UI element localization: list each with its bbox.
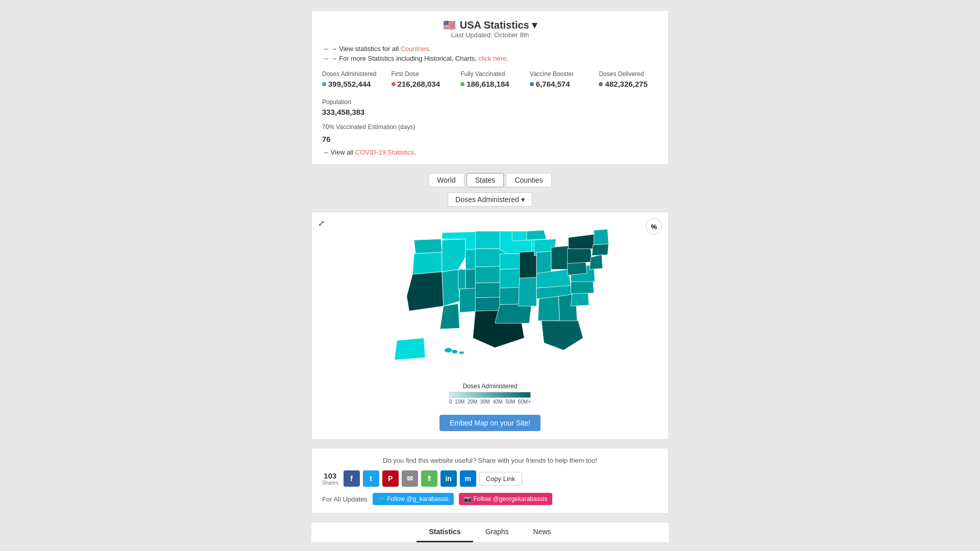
svg-marker-3 — [407, 272, 444, 311]
pinterest-share-button[interactable]: P — [382, 470, 399, 487]
svg-marker-1 — [414, 239, 442, 254]
share-count: 103 Shares — [322, 471, 338, 486]
svg-point-45 — [445, 348, 452, 353]
first-dose-value: 216,268,034 — [398, 80, 440, 88]
map-card: ⤢ % — [311, 212, 669, 440]
tab-news[interactable]: News — [521, 522, 564, 542]
stat-doses-administered: Doses Administered 399,552,444 — [322, 70, 381, 88]
for-all-updates-label: For All Updates — [322, 495, 368, 503]
legend-gradient — [449, 392, 531, 398]
page-title[interactable]: USA Statistics ▾ — [460, 19, 537, 31]
stat-first-dose: First Dose 216,268,034 — [391, 70, 451, 88]
dot-darkblue — [530, 82, 534, 86]
stat-population: Population 333,458,383 — [322, 98, 658, 116]
tab-statistics[interactable]: Statistics — [416, 522, 473, 542]
estimation-label: 70% Vaccinated — [322, 123, 366, 131]
legend-bar: 0 10M 20M 30M 40M 50M 60M+ — [449, 392, 531, 405]
countries-link[interactable]: Countries — [401, 45, 429, 53]
stat-fully-vaccinated: Fully Vaccinated 186,618,184 — [460, 70, 520, 88]
tab-world[interactable]: World — [428, 173, 464, 187]
population-value: 333,458,383 — [322, 108, 364, 116]
tab-graphs[interactable]: Graphs — [473, 522, 521, 542]
follow-instagram-button[interactable]: 📷 Follow @georgekarabassis — [459, 493, 552, 505]
view-countries-row: → → View statistics for all Countries. — [322, 45, 658, 53]
messenger-share-button[interactable]: m — [460, 470, 476, 487]
vaccine-booster-value: 6,764,574 — [536, 80, 570, 88]
facebook-share-button[interactable]: f — [344, 470, 360, 487]
doses-dropdown-row: Doses Administered ▾ — [311, 192, 669, 207]
bottom-tabs: Statistics Graphs News — [311, 522, 669, 542]
svg-marker-44 — [395, 338, 425, 360]
follow-twitter-label: Follow @g_karabassis — [387, 495, 449, 503]
arrow-icon-2: → — [322, 55, 329, 62]
svg-marker-29 — [551, 246, 570, 269]
follow-row: For All Updates 🐦 Follow @g_karabassis 📷… — [322, 493, 658, 505]
view-all-row: → View all COVID-19 Statistics. — [322, 148, 658, 156]
estimation-row: 70% Vaccinated Estimation (days) — [322, 122, 658, 131]
instagram-icon: 📷 — [464, 495, 472, 503]
svg-marker-22 — [495, 304, 532, 323]
doses-delivered-value: 482,326,275 — [605, 80, 647, 88]
doses-administered-value: 399,552,444 — [328, 80, 371, 88]
linkedin-share-button[interactable]: in — [440, 470, 457, 487]
share-card: Do you find this website useful? Share w… — [311, 448, 669, 514]
stats-grid: Doses Administered 399,552,444 First Dos… — [322, 70, 658, 116]
map-legend: Doses Administered 0 10M 20M 30M 40M 50M… — [449, 383, 531, 405]
tab-states[interactable]: States — [467, 173, 504, 187]
map-container: Doses Administered 0 10M 20M 30M 40M 50M… — [320, 220, 660, 405]
stats-header: 🇺🇸 USA Statistics ▾ Last Updated: Octobe… — [322, 19, 658, 39]
estimation-value: 76 — [322, 135, 658, 143]
fully-vaccinated-value: 186,618,184 — [467, 80, 509, 88]
dot-green — [460, 82, 464, 86]
svg-marker-28 — [536, 251, 551, 273]
stats-card: 🇺🇸 USA Statistics ▾ Last Updated: Octobe… — [311, 10, 669, 165]
follow-instagram-label: Follow @georgekarabassis — [473, 495, 547, 503]
svg-marker-9 — [458, 269, 465, 289]
copy-link-button[interactable]: Copy Link — [479, 472, 522, 486]
doses-dropdown-button[interactable]: Doses Administered ▾ — [448, 192, 532, 207]
svg-marker-4 — [442, 269, 460, 306]
map-svg — [368, 220, 612, 379]
legend-labels: 0 10M 20M 30M 40M 50M 60M+ — [449, 399, 531, 405]
tab-counties[interactable]: Counties — [506, 173, 551, 187]
email-share-button[interactable]: ✉ — [402, 470, 418, 487]
svg-point-47 — [459, 351, 464, 354]
dot-blue — [322, 82, 326, 86]
svg-point-46 — [452, 349, 458, 354]
embed-map-button[interactable]: Embed Map on your Site! — [439, 415, 541, 431]
dot-purple — [599, 82, 603, 86]
stat-doses-delivered: Doses Delivered 482,326,275 — [599, 70, 658, 88]
flag-icon: 🇺🇸 — [443, 19, 456, 31]
sharethis-button[interactable]: ⇑ — [421, 470, 437, 487]
twitter-icon: 🐦 — [378, 495, 385, 503]
svg-marker-2 — [412, 252, 442, 274]
more-stats-row: → → For more Statistics including Histor… — [322, 55, 658, 62]
map-expand-button[interactable]: ⤢ — [318, 218, 325, 228]
follow-twitter-button[interactable]: 🐦 Follow @g_karabassis — [373, 493, 454, 505]
share-count-number: 103 — [324, 471, 336, 480]
covid-stats-link[interactable]: COVID-19 Statistics — [355, 148, 414, 156]
svg-marker-42 — [592, 244, 609, 256]
svg-marker-43 — [590, 255, 603, 269]
svg-marker-41 — [594, 229, 609, 245]
share-count-label: Shares — [322, 480, 338, 486]
estimation-days: Estimation (days) — [368, 123, 415, 131]
legend-title: Doses Administered — [449, 383, 531, 390]
click-here-link[interactable]: click here — [478, 55, 506, 62]
twitter-share-button[interactable]: t — [363, 470, 379, 487]
map-percent-button[interactable]: % — [646, 218, 662, 235]
arrow-icon: → — [322, 45, 329, 53]
share-title: Do you find this website useful? Share w… — [322, 457, 658, 464]
last-updated: Last Updated: October 8th — [322, 31, 658, 39]
embed-btn-row: Embed Map on your Site! — [320, 415, 660, 431]
svg-marker-27 — [527, 230, 546, 240]
svg-marker-25 — [519, 277, 537, 306]
map-tab-row: World States Counties — [311, 173, 669, 187]
share-buttons-row: 103 Shares f t P ✉ ⇑ in m Copy Link — [322, 470, 658, 487]
header-title-row: 🇺🇸 USA Statistics ▾ — [322, 19, 658, 31]
dot-red — [391, 82, 396, 86]
stat-vaccine-booster: Vaccine Booster 6,764,574 — [530, 70, 589, 88]
svg-marker-32 — [538, 296, 559, 321]
